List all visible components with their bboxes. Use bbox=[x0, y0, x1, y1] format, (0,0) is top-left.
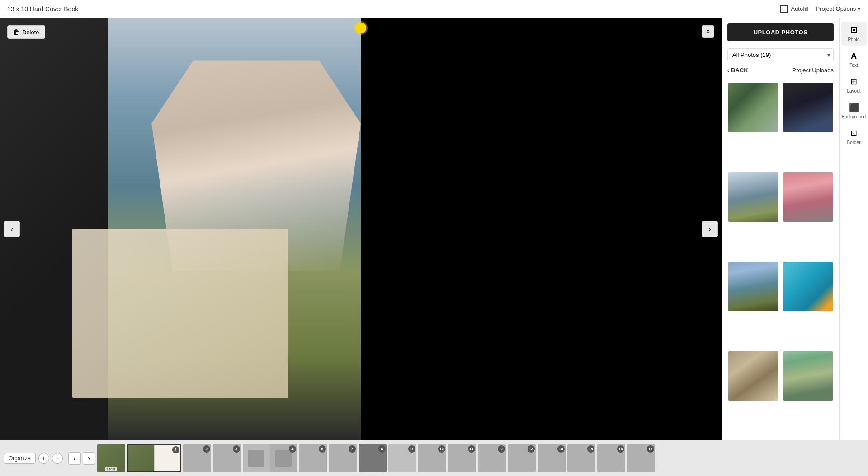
next-page-button[interactable]: › bbox=[702, 221, 718, 237]
page-num-badge-17: 17 bbox=[647, 445, 654, 453]
page-num-badge-14: 14 bbox=[557, 445, 565, 453]
organize-button[interactable]: Organize bbox=[4, 453, 36, 464]
photo-thumb-7[interactable] bbox=[727, 350, 779, 402]
photos-grid bbox=[722, 78, 839, 440]
photo-map-detail bbox=[72, 229, 289, 398]
border-tool-icon: ⊡ bbox=[849, 128, 859, 138]
header-actions: ⊡ Autofill Project Options ▾ bbox=[780, 5, 861, 13]
page-num-badge-16: 16 bbox=[617, 445, 624, 453]
filmstrip: Organize + − ‹ › Front 1 2 3 4 bbox=[0, 440, 868, 476]
filmstrip-page-14[interactable]: 14 bbox=[538, 444, 566, 472]
filmstrip-page-17[interactable]: 17 bbox=[627, 444, 655, 472]
photos-filter-select[interactable]: All Photos (19) Project Uploads bbox=[727, 48, 834, 61]
upload-photos-button[interactable]: UPLOAD PHOTOS bbox=[727, 23, 834, 41]
photo-tool-icon: 🖼 bbox=[849, 25, 859, 35]
photos-panel: UPLOAD PHOTOS All Photos (19) Project Up… bbox=[722, 18, 839, 440]
layout-tool-icon: ⊞ bbox=[849, 77, 859, 87]
photo-thumb-8[interactable] bbox=[783, 350, 834, 402]
photo-thumb-6[interactable] bbox=[783, 261, 834, 313]
photo-placeholder bbox=[0, 18, 361, 440]
tool-background[interactable]: ⬛ Background bbox=[841, 99, 867, 123]
main-layout: 🗑 Delete × ‹ › bbox=[0, 18, 868, 440]
page-num-badge-15: 15 bbox=[587, 445, 594, 453]
page-num-badge-9: 9 bbox=[408, 445, 415, 453]
page-right[interactable] bbox=[361, 18, 722, 440]
chevron-left-icon: ‹ bbox=[10, 224, 13, 234]
trash-icon: 🗑 bbox=[13, 28, 19, 36]
filmstrip-page-16[interactable]: 16 bbox=[597, 444, 625, 472]
filmstrip-page-7[interactable]: 7 bbox=[329, 444, 357, 472]
front-page-label: Front bbox=[105, 467, 117, 471]
page-title: 13 x 10 Hard Cover Book bbox=[7, 5, 78, 13]
page-num-badge-6: 6 bbox=[319, 445, 326, 453]
text-tool-icon: A bbox=[849, 51, 859, 61]
page-num-badge-1: 1 bbox=[172, 446, 179, 453]
book-spread bbox=[0, 18, 722, 440]
layout-tool-label: Layout bbox=[847, 89, 860, 93]
tool-panel: 🖼 Photo A Text ⊞ Layout ⬛ Background ⊡ B… bbox=[839, 18, 868, 440]
filmstrip-page-11[interactable]: 11 bbox=[448, 444, 476, 472]
filmstrip-next-button[interactable]: › bbox=[83, 452, 95, 465]
page-num-badge-3: 3 bbox=[233, 445, 240, 453]
back-row: ‹ BACK Project Uploads bbox=[722, 65, 839, 78]
filmstrip-page-3[interactable]: 3 bbox=[213, 444, 241, 472]
filmstrip-page-4-5[interactable]: 4 bbox=[243, 444, 297, 472]
filmstrip-page-8[interactable]: 8 bbox=[359, 444, 387, 472]
page-num-badge-13: 13 bbox=[528, 445, 535, 453]
filmstrip-pages: Front 1 2 3 4 bbox=[97, 444, 864, 472]
filmstrip-page-12[interactable]: 12 bbox=[478, 444, 506, 472]
prev-page-button[interactable]: ‹ bbox=[4, 221, 20, 237]
photo-thumb-5[interactable] bbox=[727, 261, 779, 313]
filmstrip-page-15[interactable]: 15 bbox=[567, 444, 595, 472]
add-page-button[interactable]: + bbox=[38, 453, 49, 464]
filmstrip-page-10[interactable]: 10 bbox=[418, 444, 446, 472]
tool-photo[interactable]: 🖼 Photo bbox=[841, 22, 867, 46]
tool-text[interactable]: A Text bbox=[841, 47, 867, 71]
delete-button[interactable]: 🗑 Delete bbox=[7, 25, 45, 39]
filmstrip-navigation: ‹ › bbox=[68, 452, 95, 465]
page-num-badge-11: 11 bbox=[468, 445, 475, 453]
project-options-button[interactable]: Project Options ▾ bbox=[816, 5, 861, 12]
photo-tool-label: Photo bbox=[848, 37, 859, 42]
filter-row: All Photos (19) Project Uploads bbox=[722, 47, 839, 65]
text-tool-label: Text bbox=[849, 63, 858, 68]
back-button[interactable]: ‹ BACK bbox=[727, 67, 748, 74]
photo-thumb-2[interactable] bbox=[783, 82, 834, 133]
photo-thumb-1[interactable] bbox=[727, 82, 779, 133]
page-num-badge-7: 7 bbox=[349, 445, 356, 453]
page-num-badge-8: 8 bbox=[378, 445, 386, 453]
filmstrip-controls: Organize + − bbox=[4, 453, 63, 464]
autofill-icon: ⊡ bbox=[780, 5, 788, 13]
filmstrip-prev-button[interactable]: ‹ bbox=[68, 452, 81, 465]
filmstrip-page-front[interactable]: Front bbox=[97, 444, 125, 472]
page-left[interactable] bbox=[0, 18, 361, 440]
background-tool-label: Background bbox=[842, 114, 866, 119]
filmstrip-page-13[interactable]: 13 bbox=[508, 444, 536, 472]
tool-border[interactable]: ⊡ Border bbox=[841, 125, 867, 149]
filmstrip-page-1[interactable]: 1 bbox=[127, 444, 181, 472]
page-num-badge-10: 10 bbox=[438, 445, 445, 453]
remove-page-button[interactable]: − bbox=[52, 453, 63, 464]
project-uploads-label: Project Uploads bbox=[792, 67, 834, 74]
filter-select-wrapper: All Photos (19) Project Uploads bbox=[727, 48, 834, 61]
page-num-badge-2: 2 bbox=[203, 445, 210, 453]
back-chevron-icon: ‹ bbox=[727, 67, 729, 74]
chevron-right-icon: › bbox=[708, 224, 711, 234]
border-tool-label: Border bbox=[847, 140, 860, 145]
canvas-area: 🗑 Delete × ‹ › bbox=[0, 18, 722, 440]
tool-layout[interactable]: ⊞ Layout bbox=[841, 73, 867, 97]
filmstrip-page-6[interactable]: 6 bbox=[299, 444, 327, 472]
photo-thumb-4[interactable] bbox=[783, 171, 834, 223]
close-button[interactable]: × bbox=[702, 25, 714, 38]
page-num-badge-4: 4 bbox=[289, 445, 296, 453]
photo-thumb-3[interactable] bbox=[727, 171, 779, 223]
header: 13 x 10 Hard Cover Book ⊡ Autofill Proje… bbox=[0, 0, 868, 18]
autofill-button[interactable]: ⊡ Autofill bbox=[780, 5, 808, 13]
filmstrip-page-9[interactable]: 9 bbox=[388, 444, 416, 472]
page-num-badge-12: 12 bbox=[498, 445, 505, 453]
filmstrip-page-2[interactable]: 2 bbox=[183, 444, 211, 472]
background-tool-icon: ⬛ bbox=[849, 103, 859, 112]
